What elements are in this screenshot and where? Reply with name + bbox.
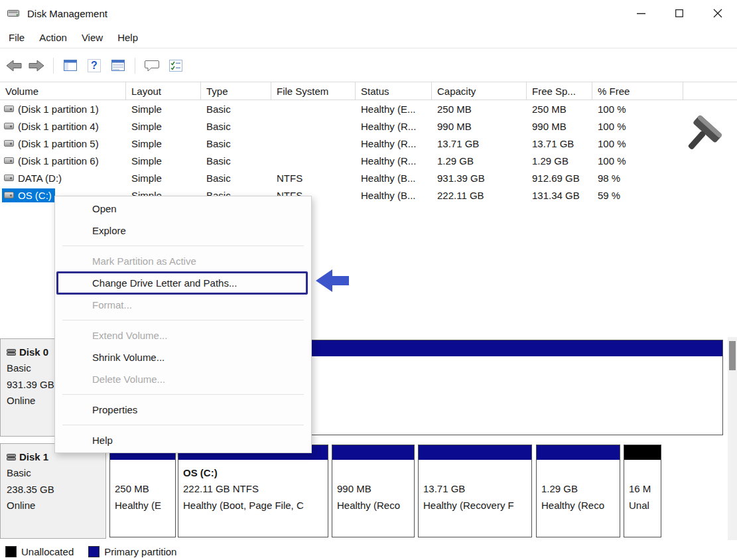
partition-size: 250 MB — [110, 481, 175, 497]
table-row[interactable]: (Disk 1 partition 6) Simple Basic Health… — [0, 152, 737, 169]
menu-separator — [62, 245, 304, 246]
pct-free-cell: 98 % — [592, 173, 683, 184]
partition-box-os-c[interactable]: OS (C:) 222.11 GB NTFS Healthy (Boot, Pa… — [178, 445, 328, 537]
hammer-logo-icon — [681, 115, 727, 159]
forward-icon — [29, 60, 44, 72]
disk-list-button[interactable] — [109, 56, 127, 75]
volume-name: OS (C:) — [18, 190, 52, 201]
status-cell: Healthy (R... — [356, 155, 432, 167]
pct-free-cell: 59 % — [592, 190, 683, 201]
volume-cell: DATA (D:) — [0, 171, 126, 185]
column-header-volume[interactable]: Volume — [0, 82, 126, 100]
disk-name: Disk 1 — [19, 449, 48, 465]
scrollbar-thumb[interactable] — [729, 341, 736, 370]
capacity-cell: 13.71 GB — [432, 138, 527, 149]
menu-item-extend-volume: Extend Volume... — [55, 324, 311, 346]
capacity-cell: 1.29 GB — [432, 155, 527, 167]
capacity-cell: 931.39 GB — [432, 173, 527, 184]
legend-label: Unallocated — [21, 546, 74, 557]
vertical-scrollbar[interactable] — [728, 337, 737, 540]
disk-name: Disk 0 — [19, 344, 48, 360]
console-tree-icon — [64, 60, 77, 71]
status-cell: Healthy (B... — [356, 190, 432, 201]
partition-box[interactable]: 1.29 GB Healthy (Reco — [536, 445, 620, 537]
menu-separator — [62, 394, 304, 395]
menu-item-explore[interactable]: Explore — [55, 220, 311, 242]
window-title: Disk Management — [27, 8, 107, 19]
volume-icon — [4, 175, 14, 181]
partition-stripe — [624, 445, 661, 460]
volume-label[interactable]: (Disk 1 partition 5) — [2, 137, 102, 151]
help-button[interactable]: ? — [86, 56, 103, 75]
maximize-icon — [675, 9, 683, 17]
menu-item-shrink-volume[interactable]: Shrink Volume... — [55, 346, 311, 368]
disk-size: 238.35 GB — [7, 482, 105, 498]
partition-box[interactable]: 990 MB Healthy (Reco — [332, 445, 415, 537]
table-row[interactable]: DATA (D:) Simple Basic NTFS Healthy (B..… — [0, 169, 737, 186]
volume-label[interactable]: (Disk 1 partition 6) — [2, 154, 102, 168]
volume-label[interactable]: (Disk 1 partition 1) — [2, 102, 102, 116]
volume-list: Volume Layout Type File System Status Ca… — [0, 82, 737, 204]
volume-name: (Disk 1 partition 5) — [18, 138, 99, 149]
menu-item-help[interactable]: Help — [55, 429, 311, 451]
action-pane-button[interactable] — [143, 56, 161, 75]
menu-item-label: Change Drive Letter and Paths... — [92, 277, 237, 289]
menu-file[interactable]: File — [1, 27, 32, 48]
partition-status: Healthy (Reco — [537, 498, 620, 514]
partition-size: 1.29 GB — [537, 481, 620, 497]
capacity-cell: 250 MB — [432, 104, 527, 115]
free-space-cell: 250 MB — [527, 104, 592, 115]
table-row[interactable]: (Disk 1 partition 5) Simple Basic Health… — [0, 135, 737, 152]
forward-button[interactable] — [28, 56, 45, 75]
free-space-cell: 131.34 GB — [527, 190, 592, 201]
table-row[interactable]: (Disk 1 partition 4) Simple Basic Health… — [0, 117, 737, 135]
legend-item-unallocated: Unallocated — [5, 546, 74, 557]
layout-cell: Simple — [126, 104, 201, 115]
unallocated-swatch — [5, 546, 17, 557]
minimize-button[interactable] — [622, 0, 660, 27]
table-row[interactable]: (Disk 1 partition 1) Simple Basic Health… — [0, 100, 737, 117]
status-cell: Healthy (R... — [356, 138, 432, 149]
partition-status: Healthy (E — [110, 498, 175, 514]
partition-size: 990 MB — [332, 481, 414, 497]
layout-cell: Simple — [126, 138, 201, 149]
status-cell: Healthy (E... — [356, 104, 432, 115]
column-header-pct-free[interactable]: % Free — [592, 82, 683, 100]
pct-free-cell: 100 % — [592, 104, 683, 115]
customize-view-button[interactable] — [167, 56, 184, 75]
type-cell: Basic — [201, 155, 271, 167]
status-cell: Healthy (B... — [356, 173, 432, 184]
volume-label[interactable]: (Disk 1 partition 4) — [2, 119, 102, 133]
volume-cell: (Disk 1 partition 5) — [0, 137, 126, 151]
partition-box-unallocated[interactable]: 16 M Unal — [624, 445, 661, 537]
column-header-layout[interactable]: Layout — [126, 82, 201, 100]
disk-icon — [7, 453, 16, 461]
column-header-type[interactable]: Type — [201, 82, 271, 100]
window-controls — [622, 0, 737, 27]
column-header-capacity[interactable]: Capacity — [432, 82, 527, 100]
column-header-status[interactable]: Status — [356, 82, 432, 100]
column-header-filler — [683, 82, 737, 100]
back-button[interactable] — [5, 56, 23, 75]
maximize-button[interactable] — [660, 0, 699, 27]
menu-item-open[interactable]: Open — [55, 198, 311, 220]
disk-icon — [7, 348, 16, 356]
pct-free-cell: 100 % — [592, 155, 683, 167]
close-button[interactable] — [699, 0, 737, 27]
column-header-free-space[interactable]: Free Sp... — [527, 82, 592, 100]
partition-status: Unal — [624, 498, 661, 514]
menu-help[interactable]: Help — [110, 27, 145, 48]
partition-box[interactable]: 13.71 GB Healthy (Recovery F — [418, 445, 532, 537]
console-tree-button[interactable] — [62, 56, 79, 75]
menu-item-properties[interactable]: Properties — [55, 399, 311, 421]
menu-item-change-drive-letter[interactable]: Change Drive Letter and Paths... — [55, 272, 311, 294]
menu-action[interactable]: Action — [32, 27, 74, 48]
pct-free-cell: 100 % — [592, 138, 683, 149]
partition-box[interactable]: 250 MB Healthy (E — [109, 445, 176, 537]
volume-label[interactable]: DATA (D:) — [2, 171, 65, 185]
type-cell: Basic — [201, 138, 271, 149]
column-header-file-system[interactable]: File System — [271, 82, 356, 100]
volume-label[interactable]: OS (C:) — [2, 188, 55, 202]
disk1-label[interactable]: Disk 1 Basic 238.35 GB Online — [0, 443, 106, 539]
menu-view[interactable]: View — [74, 27, 110, 48]
